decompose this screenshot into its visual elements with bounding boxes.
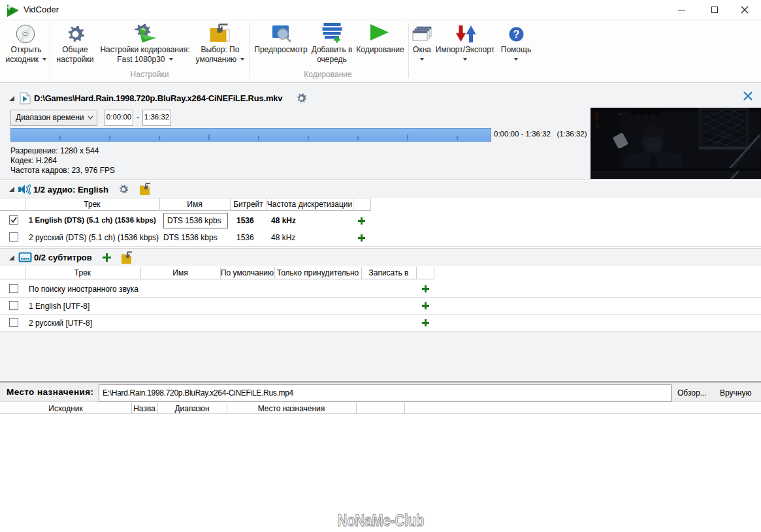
svg-text:?: ?	[513, 29, 520, 40]
